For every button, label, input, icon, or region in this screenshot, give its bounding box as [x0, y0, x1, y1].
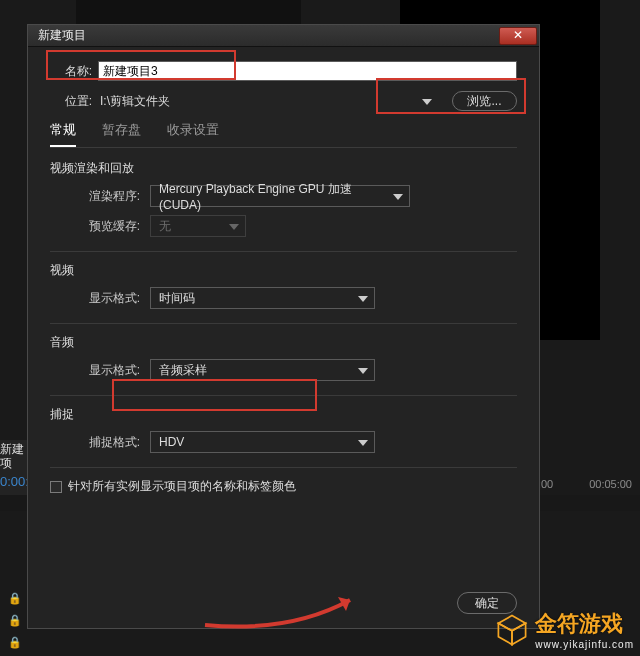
location-label: 位置: — [50, 93, 92, 110]
instance-names-label: 针对所有实例显示项目项的名称和标签颜色 — [68, 478, 296, 495]
chevron-down-icon — [358, 435, 368, 449]
video-format-value: 时间码 — [159, 290, 195, 307]
instance-names-checkbox[interactable] — [50, 481, 62, 493]
top-strip — [76, 0, 301, 24]
instance-names-row: 针对所有实例显示项目项的名称和标签颜色 — [50, 478, 517, 495]
renderer-select[interactable]: Mercury Playback Engine GPU 加速 (CUDA) — [150, 185, 410, 207]
name-row: 名称: — [50, 61, 517, 81]
name-label: 名称: — [50, 63, 92, 80]
section-capture: 捕捉 捕捉格式: HDV — [50, 406, 517, 453]
lock-icon[interactable]: 🔒 — [8, 636, 22, 650]
section-render: 视频渲染和回放 渲染程序: Mercury Playback Engine GP… — [50, 160, 517, 237]
timeline-label: 00:05:00 — [589, 478, 632, 490]
video-format-select[interactable]: 时间码 — [150, 287, 375, 309]
audio-format-select[interactable]: 音频采样 — [150, 359, 375, 381]
video-format-field: 显示格式: 时间码 — [50, 287, 517, 309]
renderer-field: 渲染程序: Mercury Playback Engine GPU 加速 (CU… — [50, 185, 517, 207]
track-lock-column: 🔒 🔒 🔒 — [8, 592, 22, 650]
chevron-down-icon — [358, 291, 368, 305]
new-project-dialog: 新建项目 ✕ 名称: 位置: I:\剪辑文件夹 浏览... 常规 暂存盘 收录设… — [27, 24, 540, 629]
tab-general[interactable]: 常规 — [50, 121, 76, 147]
project-name-input[interactable] — [98, 61, 517, 81]
close-icon: ✕ — [513, 28, 523, 42]
renderer-value: Mercury Playback Engine GPU 加速 (CUDA) — [159, 181, 387, 212]
capture-format-value: HDV — [159, 435, 184, 449]
dialog-content: 名称: 位置: I:\剪辑文件夹 浏览... 常规 暂存盘 收录设置 视频渲染和… — [28, 47, 539, 628]
browse-button[interactable]: 浏览... — [452, 91, 517, 111]
capture-format-select[interactable]: HDV — [150, 431, 375, 453]
tab-bar: 常规 暂存盘 收录设置 — [50, 121, 517, 148]
section-title-video: 视频 — [50, 262, 517, 279]
timecode-readout: 0:00: — [0, 474, 29, 489]
dialog-footer: 确定 — [457, 592, 517, 614]
section-title-render: 视频渲染和回放 — [50, 160, 517, 177]
ok-button[interactable]: 确定 — [457, 592, 517, 614]
lock-icon[interactable]: 🔒 — [8, 614, 22, 628]
audio-format-label: 显示格式: — [86, 362, 140, 379]
capture-format-label: 捕捉格式: — [86, 434, 140, 451]
preview-cache-field: 预览缓存: 无 — [50, 215, 517, 237]
renderer-label: 渲染程序: — [86, 188, 140, 205]
preview-cache-select: 无 — [150, 215, 246, 237]
divider — [50, 395, 517, 396]
chevron-down-icon — [393, 189, 403, 203]
section-title-capture: 捕捉 — [50, 406, 517, 423]
capture-format-field: 捕捉格式: HDV — [50, 431, 517, 453]
audio-format-value: 音频采样 — [159, 362, 207, 379]
chevron-down-icon — [422, 94, 432, 108]
location-value[interactable]: I:\剪辑文件夹 — [98, 93, 416, 110]
close-button[interactable]: ✕ — [499, 27, 537, 45]
location-row: 位置: I:\剪辑文件夹 浏览... — [50, 91, 517, 111]
chevron-down-icon — [358, 363, 368, 377]
section-audio: 音频 显示格式: 音频采样 — [50, 334, 517, 381]
chevron-down-icon — [229, 219, 239, 233]
truncated-panel-title: 新建项 — [0, 440, 27, 500]
lock-icon[interactable]: 🔒 — [8, 592, 22, 606]
preview-cache-label: 预览缓存: — [86, 218, 140, 235]
tab-ingest[interactable]: 收录设置 — [167, 121, 219, 147]
audio-format-field: 显示格式: 音频采样 — [50, 359, 517, 381]
video-format-label: 显示格式: — [86, 290, 140, 307]
location-dropdown[interactable] — [416, 91, 438, 111]
preview-cache-value: 无 — [159, 218, 171, 235]
divider — [50, 323, 517, 324]
dialog-titlebar[interactable]: 新建项目 ✕ — [28, 25, 539, 47]
dialog-title: 新建项目 — [38, 27, 86, 44]
tab-scratch[interactable]: 暂存盘 — [102, 121, 141, 147]
divider — [50, 251, 517, 252]
section-title-audio: 音频 — [50, 334, 517, 351]
divider — [50, 467, 517, 468]
section-video: 视频 显示格式: 时间码 — [50, 262, 517, 309]
